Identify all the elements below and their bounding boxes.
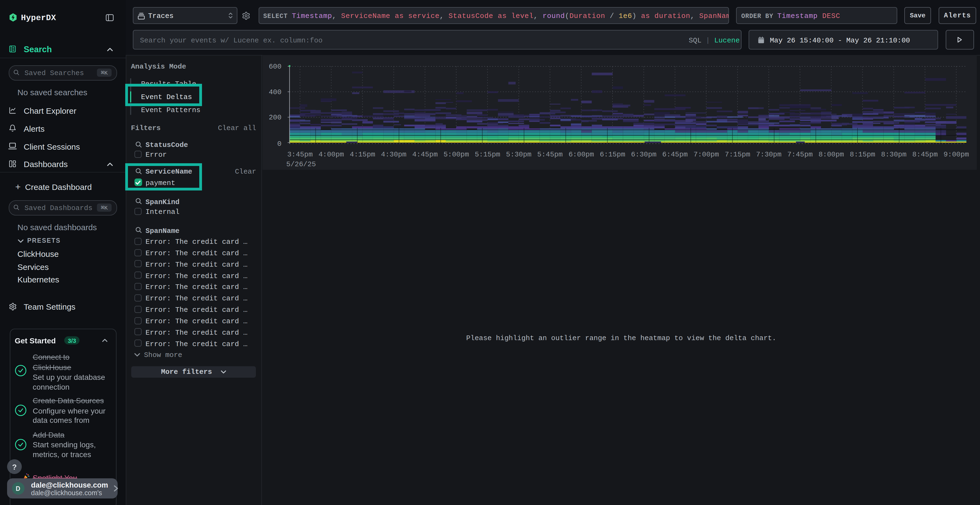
svg-text:9:00pm: 9:00pm (943, 151, 969, 159)
svg-text:6:30pm: 6:30pm (631, 151, 657, 159)
svg-text:4:30pm: 4:30pm (381, 151, 407, 159)
svg-text:5:45pm: 5:45pm (538, 151, 563, 159)
svg-text:8:15pm: 8:15pm (850, 151, 875, 159)
svg-text:7:30pm: 7:30pm (756, 151, 781, 159)
svg-text:5:15pm: 5:15pm (475, 151, 500, 159)
svg-text:5:00pm: 5:00pm (444, 151, 469, 159)
svg-text:7:15pm: 7:15pm (725, 151, 750, 159)
svg-text:5:30pm: 5:30pm (506, 151, 531, 159)
svg-text:7:00pm: 7:00pm (694, 151, 719, 159)
svg-text:6:00pm: 6:00pm (568, 151, 594, 159)
svg-text:8:45pm: 8:45pm (912, 151, 938, 159)
svg-text:5/26/25: 5/26/25 (286, 160, 316, 168)
svg-text:3:45pm: 3:45pm (287, 151, 313, 159)
svg-text:7:45pm: 7:45pm (787, 151, 813, 159)
svg-text:400: 400 (269, 88, 282, 96)
svg-text:200: 200 (269, 113, 282, 122)
svg-text:0: 0 (277, 140, 282, 148)
svg-text:6:45pm: 6:45pm (662, 151, 688, 159)
svg-text:8:00pm: 8:00pm (819, 151, 844, 159)
svg-text:6:15pm: 6:15pm (600, 151, 625, 159)
svg-text:600: 600 (269, 63, 282, 71)
svg-text:4:15pm: 4:15pm (350, 151, 375, 159)
svg-text:8:30pm: 8:30pm (881, 151, 907, 159)
svg-text:4:45pm: 4:45pm (412, 151, 438, 159)
svg-text:4:00pm: 4:00pm (318, 151, 344, 159)
